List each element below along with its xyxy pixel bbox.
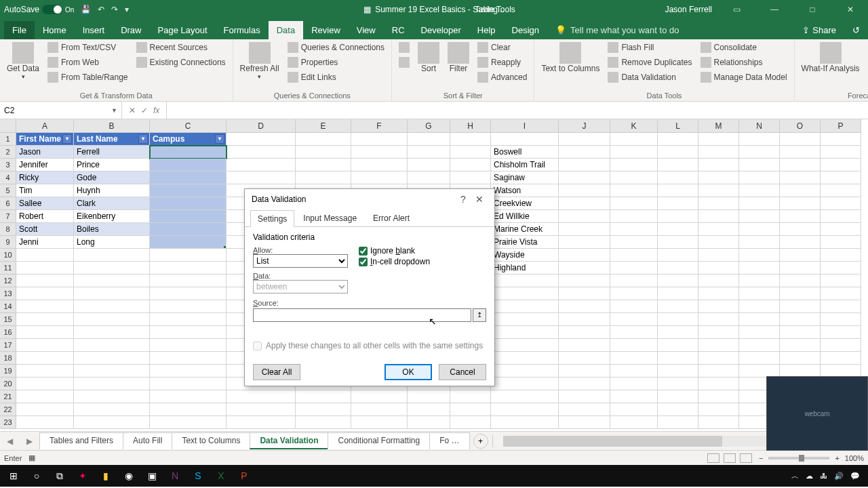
cell[interactable]	[491, 133, 559, 146]
dialog-tab-input-message[interactable]: Input Message	[296, 209, 364, 226]
cell[interactable]	[150, 210, 226, 223]
cell[interactable]	[739, 300, 780, 313]
cell[interactable]: Scott	[16, 223, 74, 236]
cell[interactable]	[780, 352, 821, 365]
row-header[interactable]: 20	[0, 378, 16, 390]
cell[interactable]: Tim	[16, 184, 74, 197]
cell[interactable]	[780, 210, 821, 223]
row-header[interactable]: 18	[0, 352, 16, 365]
cell[interactable]	[559, 287, 610, 300]
normal-view-icon[interactable]	[707, 453, 719, 463]
cell[interactable]	[74, 403, 150, 416]
dialog-tab-error-alert[interactable]: Error Alert	[366, 209, 417, 226]
cell[interactable]	[491, 390, 559, 403]
tab-file[interactable]: File	[4, 21, 35, 39]
sort-za-icon[interactable]	[396, 56, 412, 69]
cell[interactable]	[16, 313, 74, 326]
sort-az-icon[interactable]	[396, 41, 412, 54]
cell[interactable]	[610, 262, 658, 274]
cell[interactable]	[821, 326, 861, 339]
cell[interactable]	[559, 416, 610, 429]
tab-design[interactable]: Design	[504, 21, 547, 39]
cell[interactable]	[780, 146, 821, 159]
cell[interactable]	[491, 416, 559, 429]
cell[interactable]	[698, 287, 739, 300]
cell[interactable]	[821, 300, 861, 313]
cell[interactable]	[658, 184, 698, 197]
cell[interactable]	[450, 390, 491, 403]
advanced-filter[interactable]: Advanced	[475, 70, 530, 84]
start-icon[interactable]: ⊞	[3, 466, 24, 485]
cell[interactable]	[658, 197, 698, 210]
row-header[interactable]: 2	[0, 146, 16, 159]
cell[interactable]	[821, 146, 861, 159]
cell[interactable]	[74, 378, 150, 390]
cell[interactable]: Saginaw	[491, 171, 559, 184]
cell[interactable]	[559, 184, 610, 197]
name-box[interactable]: C2 ▼	[0, 102, 122, 119]
reapply-filter[interactable]: Reapply	[475, 56, 530, 69]
cell[interactable]	[698, 352, 739, 365]
app2-icon[interactable]: ▣	[141, 466, 163, 485]
filter-button[interactable]: Filter	[445, 41, 472, 75]
select-all-corner[interactable]	[0, 119, 16, 133]
cell[interactable]: First Name▾	[16, 133, 74, 146]
sheet-tab[interactable]: Fo …	[429, 432, 469, 449]
cell[interactable]	[610, 184, 658, 197]
cell[interactable]	[821, 339, 861, 352]
cell[interactable]	[658, 416, 698, 429]
cell[interactable]	[351, 171, 408, 184]
cell[interactable]	[408, 390, 450, 403]
cell[interactable]	[739, 159, 780, 171]
cell[interactable]	[610, 416, 658, 429]
cell[interactable]	[74, 300, 150, 313]
cell[interactable]	[559, 326, 610, 339]
cell[interactable]	[559, 197, 610, 210]
cell[interactable]	[739, 236, 780, 249]
cell[interactable]	[739, 352, 780, 365]
cell[interactable]	[780, 300, 821, 313]
cell[interactable]: Clark	[74, 197, 150, 210]
cell[interactable]	[739, 249, 780, 262]
cell[interactable]	[150, 300, 226, 313]
cell[interactable]	[658, 210, 698, 223]
save-icon[interactable]: 💾	[81, 5, 91, 14]
cell[interactable]	[491, 326, 559, 339]
cell[interactable]: Boswell	[491, 146, 559, 159]
column-header[interactable]: G	[408, 119, 450, 133]
cell[interactable]: Jennifer	[16, 159, 74, 171]
row-header[interactable]: 4	[0, 171, 16, 184]
cell[interactable]	[610, 365, 658, 378]
row-header[interactable]: 6	[0, 197, 16, 210]
cell[interactable]: Marine Creek	[491, 223, 559, 236]
cell[interactable]	[351, 416, 408, 429]
app-icon[interactable]: ✦	[72, 466, 94, 485]
cell[interactable]	[658, 236, 698, 249]
sheet-tab[interactable]: Conditional Formatting	[328, 432, 430, 449]
recent-sources[interactable]: Recent Sources	[134, 41, 229, 54]
cell[interactable]	[610, 223, 658, 236]
cell[interactable]	[610, 249, 658, 262]
sheet-tab[interactable]: Auto Fill	[123, 432, 172, 449]
cell[interactable]: Eikenberry	[74, 210, 150, 223]
row-header[interactable]: 5	[0, 184, 16, 197]
formula-input[interactable]	[167, 102, 868, 119]
cell[interactable]	[150, 378, 226, 390]
tab-insert[interactable]: Insert	[75, 21, 113, 39]
zoom-level[interactable]: 100%	[845, 454, 864, 462]
cell[interactable]	[698, 210, 739, 223]
cell[interactable]	[698, 313, 739, 326]
history-icon[interactable]: ↺	[844, 21, 868, 39]
toggle-switch[interactable]	[42, 5, 62, 14]
cell[interactable]	[739, 210, 780, 223]
cell[interactable]	[739, 171, 780, 184]
cell[interactable]	[610, 339, 658, 352]
cell[interactable]	[450, 416, 491, 429]
sheet-tab[interactable]: Data Validation	[250, 432, 328, 449]
cell[interactable]	[450, 133, 491, 146]
cell[interactable]	[150, 236, 226, 249]
cell[interactable]	[226, 403, 296, 416]
queries-connections[interactable]: Queries & Connections	[285, 41, 387, 54]
cell[interactable]	[658, 339, 698, 352]
tab-view[interactable]: View	[349, 21, 384, 39]
